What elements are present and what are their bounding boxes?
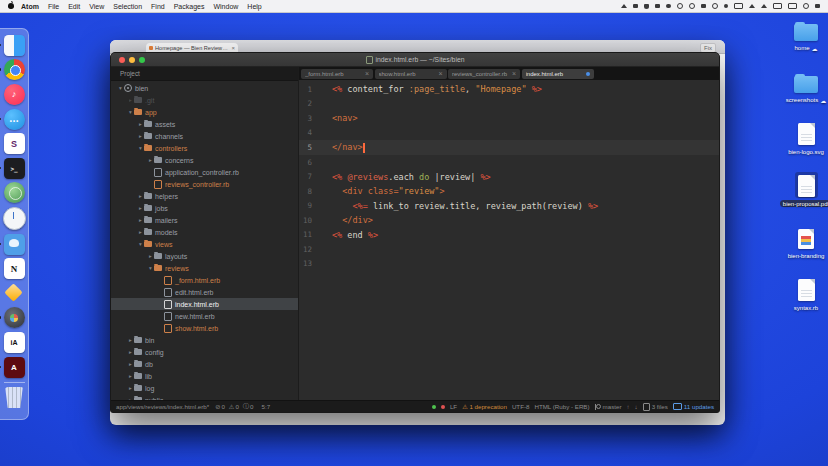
tree-item-app[interactable]: ▾app [111,106,298,118]
git-branch[interactable]: master [595,403,622,410]
window-icon[interactable] [655,4,660,8]
line-ending[interactable]: LF [450,403,457,410]
status-cursor-position[interactable]: 5:7 [262,403,271,410]
code-line-9[interactable]: 9 <%= link_to review.title, review_path(… [299,198,719,213]
tree-item-reviews[interactable]: ▾reviews [111,262,298,274]
tree-item-models[interactable]: ▸models [111,226,298,238]
wifi-icon[interactable] [749,4,755,8]
git-pull-arrow[interactable]: ↓ [635,403,638,410]
code-line-11[interactable]: 11<% end %> [299,227,719,242]
tree-item-.git[interactable]: ▸.git [111,94,298,106]
dock-item-slack[interactable]: S [4,133,25,154]
chevron-right-icon[interactable]: ▸ [147,253,154,259]
dock-item-trash[interactable] [4,387,25,408]
menu-view[interactable]: View [89,3,104,10]
dock-item-music[interactable]: ♪ [4,84,25,105]
chevron-down-icon[interactable]: ▾ [137,145,144,151]
tree-item-mailers[interactable]: ▸mailers [111,214,298,226]
tree-item-db[interactable]: ▸db [111,358,298,370]
clock-icon[interactable] [677,3,683,9]
code-line-4[interactable]: 4 [299,126,719,141]
tree-item-_form.html.erb[interactable]: _form.html.erb [111,274,298,286]
volume-icon[interactable] [761,4,767,8]
git-changed-files[interactable]: 3 files [643,403,668,411]
chevron-right-icon[interactable]: ▸ [137,217,144,223]
git-push-arrow[interactable]: ↑ [626,403,629,410]
tab-show.html.erb[interactable]: show.html.erb× [375,69,447,79]
tree-item-assets[interactable]: ▸assets [111,118,298,130]
dock-item-notion[interactable]: N [4,258,25,279]
tree-item-config[interactable]: ▸config [111,346,298,358]
menu-find[interactable]: Find [151,3,165,10]
battery-icon[interactable] [788,3,797,9]
deprecation-warning[interactable]: ⚠ 1 deprecation [462,403,507,410]
tree-item-channels[interactable]: ▸channels [111,130,298,142]
chevron-right-icon[interactable]: ▸ [127,361,134,367]
minimize-button[interactable] [129,57,135,63]
dock-item-acrobat[interactable]: A [4,357,25,378]
desktop-icon-bien-branding[interactable]: bien-branding [785,224,827,276]
desktop-icon-syntax.rb[interactable]: syntax.rb [785,276,827,328]
dock-item-messages[interactable]: … [4,109,25,130]
tree-item-controllers[interactable]: ▾controllers [111,142,298,154]
tree-item-log[interactable]: ▸log [111,382,298,394]
tree-item-jobs[interactable]: ▸jobs [111,202,298,214]
package-updates[interactable]: 11 updates [673,403,714,410]
diagnostic-8856[interactable]: ⊘0 [215,402,225,411]
code-line-8[interactable]: 8 <div class="review"> [299,184,719,199]
tab-close-icon[interactable]: × [365,70,369,77]
airplay-icon[interactable] [734,3,743,9]
paintbrush-icon[interactable] [621,4,627,8]
editor[interactable]: 1<% content_for :page_title, "Homepage" … [299,80,719,400]
tree-item-bin[interactable]: ▸bin [111,334,298,346]
desktop-icon-bien-logo.svg[interactable]: bien-logo.svg [785,120,827,172]
menu-packages[interactable]: Packages [174,3,205,10]
chevron-right-icon[interactable]: ▸ [127,97,134,103]
code-line-7[interactable]: 7<% @reviews.each do |review| %> [299,169,719,184]
window-titlebar[interactable]: index.html.erb — ~/Sites/bien [111,53,719,67]
code-line-3[interactable]: 3<nav> [299,111,719,126]
tab-reviews_controller.rb[interactable]: reviews_controller.rb× [448,69,520,79]
dock-item-tweetbot[interactable] [4,234,25,255]
lint-error-dot[interactable] [441,405,445,409]
menu-help[interactable]: Help [247,3,261,10]
desktop-icon-bien-proposal.pdf[interactable]: bien-proposal.pdf [785,172,827,224]
tab-index.html.erb[interactable]: index.html.erb [522,69,594,79]
desktop-icon-home[interactable]: home☁ [785,16,827,68]
camera-icon[interactable] [633,4,638,8]
globe-icon[interactable] [689,3,695,9]
dock-item-green-app[interactable] [4,182,25,203]
dock-item-sketch[interactable] [4,283,25,304]
chevron-right-icon[interactable]: ▸ [127,349,134,355]
chevron-down-icon[interactable]: ▾ [147,265,154,271]
code-line-13[interactable]: 13 [299,257,719,272]
tree-item-bien[interactable]: ▾bien [111,82,298,94]
dock-item-terminal[interactable]: >_ [4,158,25,179]
chevron-right-icon[interactable]: ▸ [137,229,144,235]
tree-item-layouts[interactable]: ▸layouts [111,250,298,262]
code-line-1[interactable]: 1<% content_for :page_title, "Homepage" … [299,82,719,97]
encoding[interactable]: UTF-8 [512,403,530,410]
chevron-down-icon[interactable]: ▾ [127,109,134,115]
chevron-right-icon[interactable]: ▸ [137,193,144,199]
status-file-path[interactable]: app/views/reviews/index.html.erb* [116,403,209,410]
keyboard-icon[interactable] [701,4,706,8]
record-icon[interactable] [666,4,671,9]
dock-item-ia-writer[interactable]: iA [4,332,25,353]
tab-close-icon[interactable]: × [231,45,235,51]
close-button[interactable] [119,57,125,63]
code-line-6[interactable]: 6 [299,155,719,170]
chevron-right-icon[interactable]: ▸ [147,157,154,163]
menu-atom[interactable]: Atom [21,3,39,10]
menu-selection[interactable]: Selection [113,3,142,10]
chevron-right-icon[interactable]: ▸ [137,121,144,127]
sync-icon[interactable] [712,3,718,9]
menu-window[interactable]: Window [213,3,238,10]
tree-item-index.html.erb[interactable]: index.html.erb [111,298,298,310]
chevron-down-icon[interactable]: ▾ [117,85,124,91]
tree-item-lib[interactable]: ▸lib [111,370,298,382]
zoom-button[interactable] [139,57,145,63]
tab-close-icon[interactable]: × [438,70,442,77]
chevron-right-icon[interactable]: ▸ [127,337,134,343]
chevron-down-icon[interactable]: ▾ [137,241,144,247]
